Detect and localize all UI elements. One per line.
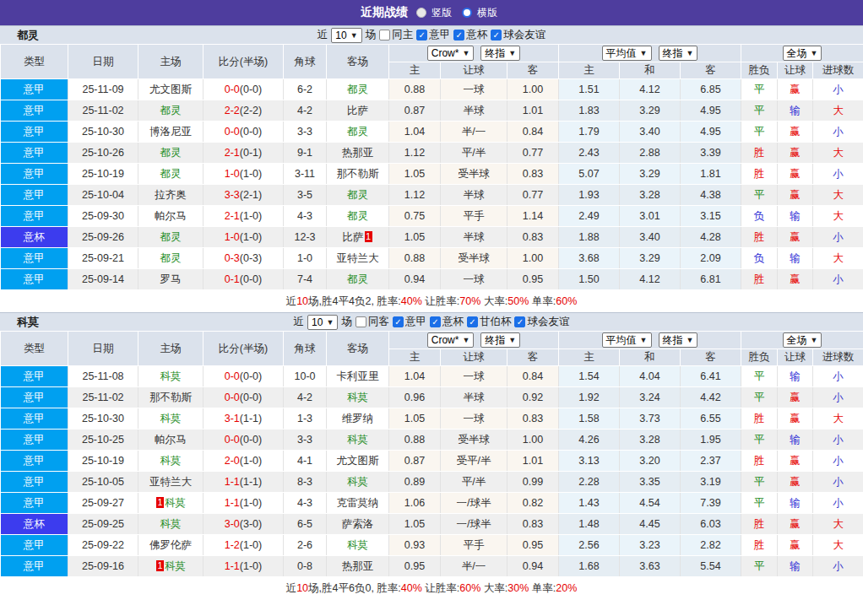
fulltime-score: 0-0: [225, 84, 240, 95]
filter-checkbox-item[interactable]: ✓意杯: [453, 28, 487, 42]
checkbox-icon[interactable]: ✓: [430, 316, 441, 327]
avg-away-cell: 4.95: [681, 100, 741, 122]
handicap-line: 半/一: [462, 560, 486, 572]
checkbox-icon[interactable]: [356, 316, 366, 327]
filter-checkbox-item[interactable]: ✓意甲: [416, 28, 450, 42]
avg-draw-value: 3.73: [639, 413, 659, 424]
avg-away-value: 6.41: [700, 370, 720, 382]
corner-score: 1-3: [297, 413, 312, 424]
home-team-name: 都灵: [160, 168, 182, 180]
filter-checkbox-item[interactable]: ✓球会友谊: [491, 28, 545, 42]
result-handicap: 赢: [790, 84, 801, 95]
score-cell: 1-1(1-1): [204, 472, 284, 493]
avg-away-value: 6.81: [700, 273, 720, 285]
corner-cell: 3-11: [284, 164, 327, 185]
corner-cell: 6-2: [284, 79, 327, 100]
odds-away-cell: 1.00: [507, 248, 559, 269]
summary-stat-value: 30%: [507, 582, 529, 594]
col-header-date: 日期: [68, 332, 138, 366]
odds-away-cell: 1.00: [507, 430, 559, 451]
average-select[interactable]: 平均值▼: [602, 46, 652, 61]
odds-final-select[interactable]: 终指▼: [480, 332, 520, 348]
result-handicap-cell: 输: [778, 100, 813, 122]
handicap-line-cell: 半球: [441, 185, 507, 206]
away-team-cell: 维罗纳: [327, 408, 389, 430]
corner-cell: 12-3: [284, 227, 327, 248]
checkbox-icon[interactable]: [379, 30, 390, 41]
filter-checkbox-item[interactable]: ✓球会友谊: [514, 315, 569, 329]
chevron-down-icon: ▼: [508, 336, 516, 344]
match-row: 意甲 25-09-22 佛罗伦萨 1-2(1-0) 2-6 科莫 0.93 平手…: [1, 535, 863, 556]
match-count-select[interactable]: 10 ▼: [331, 28, 361, 43]
checkbox-icon[interactable]: ✓: [491, 30, 502, 41]
avg-away-cell: 2.09: [681, 248, 741, 269]
match-row: 意甲 25-09-14 罗马 0-1(0-0) 7-4 都灵 0.94 一球 0…: [1, 269, 863, 290]
odds-company-select[interactable]: Crow*▼: [427, 46, 475, 61]
corner-score: 6-2: [297, 84, 312, 95]
odds-company-select[interactable]: Crow*▼: [427, 332, 475, 348]
match-row: 意甲 25-09-27 1科莫 1-1(1-0) 4-3 克雷莫纳 1.06 一…: [1, 493, 863, 514]
scope-select[interactable]: 全场▼: [783, 46, 822, 61]
match-count-select[interactable]: 10 ▼: [307, 315, 338, 330]
summary-stat-value: 50%: [507, 295, 529, 307]
handicap-line: 受半球: [458, 434, 490, 446]
odds-away-value: 1.00: [523, 84, 543, 95]
handicap-line: 一球: [464, 413, 485, 424]
checkbox-icon[interactable]: ✓: [514, 316, 525, 327]
checkbox-icon[interactable]: ✓: [467, 316, 478, 327]
average-final-select[interactable]: 终指▼: [659, 46, 698, 61]
avg-away-cell: 6.03: [681, 514, 741, 535]
average-group-header: 平均值▼ 终指▼: [559, 45, 741, 62]
result-goals-cell: 大: [813, 514, 863, 535]
odds-home-value: 0.75: [404, 210, 425, 222]
avg-draw-value: 3.24: [639, 392, 659, 403]
filter-checkbox-item[interactable]: ✓意甲: [393, 315, 426, 329]
vertical-layout-label[interactable]: 竖版: [432, 6, 452, 20]
result-goals: 小: [833, 497, 844, 509]
result-goals: 小: [833, 231, 844, 243]
avg-away-value: 1.95: [700, 434, 720, 446]
chevron-down-icon: ▼: [350, 31, 358, 40]
checkbox-icon[interactable]: ✓: [416, 30, 427, 41]
avg-home-value: 1.58: [578, 413, 599, 424]
average-select[interactable]: 平均值▼: [602, 332, 652, 348]
checkbox-icon[interactable]: ✓: [393, 316, 404, 327]
filter-checkbox-item[interactable]: 同主: [379, 28, 413, 42]
result-wdl: 平: [754, 476, 765, 488]
fulltime-score: 1-1: [225, 497, 240, 509]
scope-select[interactable]: 全场▼: [783, 332, 822, 348]
odds-final-select[interactable]: 终指▼: [480, 46, 520, 61]
filter-checkbox-item[interactable]: ✓甘伯杯: [467, 315, 512, 329]
score-cell: 1-1(1-0): [204, 556, 284, 577]
filter-checkbox-item[interactable]: ✓意杯: [430, 315, 464, 329]
summary-line: 近10场,胜4平6负0, 胜率:40% 让胜率:60% 大率:30% 单率:20…: [0, 577, 863, 599]
avg-home-cell: 1.51: [559, 79, 620, 100]
result-handicap: 输: [790, 210, 801, 222]
page-title: 近期战绩: [361, 5, 408, 20]
halftime-score: (3-0): [240, 518, 262, 530]
checkbox-icon[interactable]: ✓: [453, 30, 464, 41]
horizontal-layout-label[interactable]: 横版: [477, 6, 497, 20]
average-final-select[interactable]: 终指▼: [659, 332, 698, 348]
corner-score: 4-1: [297, 455, 312, 467]
checkbox-label: 甘伯杯: [480, 315, 512, 329]
vertical-layout-radio[interactable]: [416, 8, 426, 18]
summary-text: 单率:: [529, 295, 556, 307]
filter-checkbox-item[interactable]: 同客: [356, 315, 389, 329]
avg-draw-value: 4.04: [639, 370, 659, 382]
avg-home-value: 1.43: [578, 497, 599, 509]
home-team-cell: 1科莫: [138, 493, 204, 514]
odds-home-cell: 0.89: [389, 472, 441, 493]
avg-home-cell: 1.68: [559, 556, 620, 577]
score-cell: 0-3(0-3): [204, 248, 284, 269]
corner-cell: 1-3: [284, 408, 327, 430]
score-cell: 0-0(0-0): [204, 79, 284, 100]
horizontal-layout-radio[interactable]: [462, 8, 472, 18]
result-wdl-cell: 平: [741, 185, 778, 206]
odds-away-value: 1.14: [523, 210, 543, 222]
result-handicap-cell: 赢: [778, 143, 813, 164]
handicap-line-cell: 平手: [441, 535, 507, 556]
fulltime-score: 2-1: [225, 210, 240, 222]
corner-score: 0-8: [297, 560, 312, 572]
result-wdl: 胜: [754, 455, 765, 467]
